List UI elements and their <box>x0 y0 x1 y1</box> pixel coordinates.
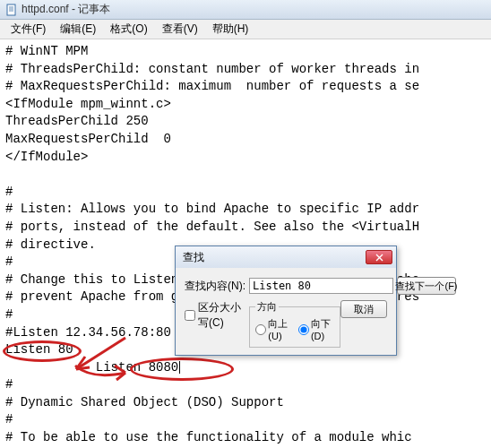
case-checkbox-wrap[interactable]: 区分大小写(C) <box>185 300 249 331</box>
menu-view[interactable]: 查看(V) <box>155 20 205 39</box>
menu-format[interactable]: 格式(O) <box>103 20 154 39</box>
menu-help[interactable]: 帮助(H) <box>205 20 256 39</box>
menubar: 文件(F) 编辑(E) 格式(O) 查看(V) 帮助(H) <box>0 20 491 39</box>
find-label: 查找内容(N): <box>185 279 246 294</box>
svg-rect-0 <box>7 4 15 15</box>
window-title: httpd.conf - 记事本 <box>22 2 110 17</box>
close-icon <box>375 254 383 262</box>
titlebar: httpd.conf - 记事本 <box>0 0 491 20</box>
menu-file[interactable]: 文件(F) <box>4 20 53 39</box>
cancel-button[interactable]: 取消 <box>340 300 387 318</box>
editor-text-tail: # # Dynamic Shared Object (DSO) Support … <box>5 377 412 448</box>
radio-down[interactable] <box>298 324 309 335</box>
radio-down-label: 向下(D) <box>311 317 334 341</box>
text-cursor <box>179 361 180 374</box>
direction-fieldset: 方向 向上(U) 向下(D) <box>249 300 340 348</box>
case-checkbox[interactable] <box>185 310 195 321</box>
close-button[interactable] <box>366 250 392 264</box>
editor-area[interactable]: # WinNT MPM # ThreadsPerChild: constant … <box>0 39 491 448</box>
radio-up[interactable] <box>255 324 266 335</box>
find-next-button[interactable]: 查找下一个(F) <box>397 277 456 295</box>
dialog-body: 查找内容(N): 查找下一个(F) 区分大小写(C) 方向 向上(U) 向下( <box>176 268 396 355</box>
dialog-titlebar[interactable]: 查找 <box>176 246 396 268</box>
radio-up-label: 向上(U) <box>268 317 291 341</box>
find-input[interactable] <box>249 278 393 294</box>
notepad-icon <box>5 4 18 16</box>
dialog-title: 查找 <box>183 250 204 265</box>
case-label: 区分大小写(C) <box>198 300 249 331</box>
menu-edit[interactable]: 编辑(E) <box>53 20 103 39</box>
direction-legend: 方向 <box>255 300 279 314</box>
radio-up-wrap[interactable]: 向上(U) <box>255 317 291 341</box>
radio-down-wrap[interactable]: 向下(D) <box>298 317 334 341</box>
find-dialog: 查找 查找内容(N): 查找下一个(F) 区分大小写(C) 方向 向上(U) <box>175 246 397 356</box>
